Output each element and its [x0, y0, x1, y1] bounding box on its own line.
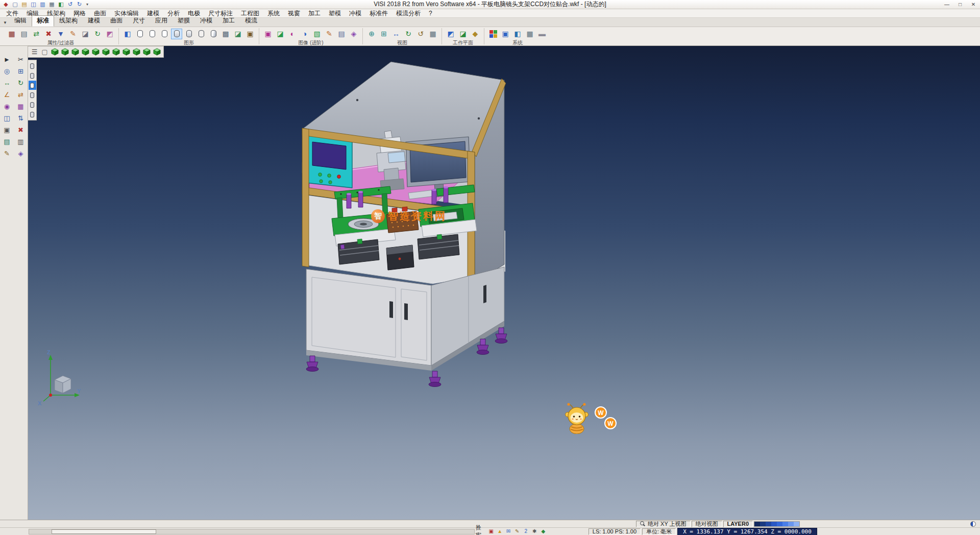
tab-5[interactable]: 尺寸 — [128, 15, 150, 27]
plot-icon[interactable]: ◧ — [57, 1, 65, 8]
view-reference-indicator[interactable]: 绝对视图 — [692, 521, 722, 527]
menu-item-13[interactable]: 加工 — [304, 9, 325, 18]
bottom-view-cube-icon[interactable] — [111, 47, 121, 57]
wire-view-icon[interactable]: ▢ — [40, 47, 50, 57]
layer-color-swatch-7[interactable] — [794, 522, 799, 526]
shaded-display-icon[interactable] — [171, 29, 182, 39]
zoom-extents-icon[interactable]: ⊕ — [366, 29, 377, 39]
notes-tool-icon[interactable]: ✎ — [0, 148, 14, 158]
edges-mini-button[interactable] — [29, 90, 36, 100]
top-view-cube-icon[interactable] — [101, 47, 111, 57]
mirror-tool-icon[interactable]: ◫ — [0, 113, 14, 123]
tab-1[interactable]: 标准 — [32, 15, 54, 27]
hidden-mini-button[interactable] — [29, 71, 36, 80]
panel-button-red[interactable] — [337, 175, 341, 179]
grid-icon[interactable]: ▦ — [524, 29, 535, 39]
grid-snap-icon[interactable]: ▦ — [14, 101, 28, 111]
material-icon[interactable]: ◆ — [540, 528, 547, 535]
redo-icon[interactable]: ↻ — [75, 1, 84, 8]
menu-item-12[interactable]: 视窗 — [284, 9, 304, 18]
dynamic-view-cube-icon[interactable] — [152, 47, 162, 57]
save-icon[interactable]: ◫ — [29, 1, 38, 8]
screen-flag-icon[interactable]: ▣ — [487, 528, 495, 535]
workplane-create-icon[interactable]: ◩ — [445, 29, 456, 39]
edges-shaded-display-icon[interactable] — [183, 29, 194, 39]
workplane-normal-icon[interactable]: ◆ — [470, 29, 481, 39]
wireframe-mini-button[interactable] — [29, 61, 36, 70]
iso-back-view-cube-icon[interactable] — [132, 47, 141, 57]
tab-9[interactable]: 加工 — [217, 15, 240, 27]
preview-icon[interactable]: ▤ — [18, 29, 30, 39]
filter-icon[interactable]: ▼ — [55, 29, 66, 39]
app-icon[interactable]: ◆ — [2, 1, 10, 8]
move-tool-icon[interactable]: ⇅ — [14, 113, 28, 123]
active-layer-indicator[interactable]: LAYER0 — [723, 521, 753, 527]
snapshot-icon[interactable]: ◧ — [512, 29, 523, 39]
erase-attributes-icon[interactable]: ◩ — [104, 29, 115, 39]
pan-view-icon[interactable]: ↔ — [390, 29, 402, 39]
select-arrow-icon[interactable]: ► — [0, 54, 14, 64]
image-settings-icon[interactable]: ◈ — [348, 29, 359, 39]
undo-icon[interactable]: ↺ — [66, 1, 75, 8]
panel-button-green[interactable] — [318, 173, 322, 177]
menu-item-11[interactable]: 系统 — [263, 9, 284, 18]
attribute-grid-icon[interactable]: ▦ — [6, 29, 17, 39]
units-indicator[interactable]: 单位: 毫米 — [642, 528, 676, 535]
rotate-view-icon[interactable]: ↻ — [403, 29, 414, 39]
translucent-display-icon[interactable] — [195, 29, 207, 39]
point-snap-icon[interactable]: ◉ — [0, 101, 14, 111]
save-all-icon[interactable]: ▥ — [38, 1, 47, 8]
iso-right-view-cube-icon[interactable] — [142, 47, 152, 57]
color-palette-icon[interactable] — [487, 29, 499, 39]
new-file-icon[interactable]: ▢ — [11, 1, 19, 8]
maximize-button[interactable]: □ — [953, 0, 967, 9]
layer-color-swatch-5[interactable] — [782, 522, 788, 526]
minimize-button[interactable]: — — [940, 0, 953, 9]
edit-note-icon[interactable]: ✎ — [513, 528, 521, 535]
shaded-mini-button[interactable] — [29, 81, 36, 90]
tab-0[interactable]: 编辑 — [9, 15, 32, 27]
tab-8[interactable]: 冲模 — [195, 15, 217, 27]
ghost-mini-button[interactable] — [29, 100, 36, 109]
warning-icon[interactable]: ▲ — [496, 528, 504, 535]
delete-filter-icon[interactable]: ✖ — [43, 29, 54, 39]
zoom-in-icon[interactable]: ◎ — [0, 66, 14, 76]
delete-tool-icon[interactable]: ✖ — [14, 125, 28, 135]
render-cube-icon[interactable]: ▣ — [244, 29, 256, 39]
fill-color-icon[interactable]: ◧ — [122, 29, 133, 39]
scrollbar-thumb[interactable] — [52, 529, 156, 534]
menu-item-15[interactable]: 冲模 — [345, 9, 365, 18]
layer-filter-icon[interactable]: ◪ — [80, 29, 91, 39]
layer-color-swatch-4[interactable] — [777, 522, 782, 526]
wireframe-display-icon[interactable] — [134, 29, 145, 39]
left-view-cube-icon[interactable] — [81, 47, 90, 57]
previous-view-icon[interactable]: ↺ — [415, 29, 426, 39]
menu-item-14[interactable]: 塑模 — [325, 9, 345, 18]
view-mode-indicator[interactable]: 绝对 XY 上视图 — [636, 521, 691, 527]
message-icon[interactable]: ✉ — [505, 528, 512, 535]
swap-attributes-icon[interactable]: ⇄ — [31, 29, 42, 39]
iso-left-view-cube-icon[interactable] — [121, 47, 131, 57]
machine-model[interactable] — [28, 46, 980, 520]
control-panel[interactable] — [302, 134, 352, 188]
dashed-display-icon[interactable] — [159, 29, 170, 39]
layer-color-swatch-2[interactable] — [766, 522, 771, 526]
tab-2[interactable]: 线架构 — [54, 15, 83, 27]
shading-toggle-icon[interactable] — [970, 521, 976, 527]
refresh-filter-icon[interactable]: ↻ — [92, 29, 103, 39]
menu-item-16[interactable]: 标准件 — [365, 9, 392, 18]
layer-color-swatch-6[interactable] — [788, 522, 794, 526]
workplane-align-icon[interactable]: ◪ — [457, 29, 469, 39]
trim-scissors-icon[interactable]: ✂ — [14, 54, 28, 64]
view-menu-icon[interactable]: ☰ — [30, 47, 39, 57]
tab-7[interactable]: 塑膜 — [173, 15, 195, 27]
pin-toggle[interactable]: 拴牢 — [476, 524, 486, 535]
right-view-cube-icon[interactable] — [91, 47, 101, 57]
tab-10[interactable]: 模流 — [240, 15, 262, 27]
front-view-cube-icon[interactable] — [60, 47, 70, 57]
settings-gear-icon[interactable]: ✱ — [531, 528, 538, 535]
viewport-3d[interactable]: ☰▢ 智 智造资料网 Z Y X — [28, 46, 980, 520]
tab-6[interactable]: 应用 — [150, 15, 173, 27]
image-capture-icon[interactable]: ▣ — [262, 29, 274, 39]
image-annotate-icon[interactable]: ✎ — [324, 29, 335, 39]
